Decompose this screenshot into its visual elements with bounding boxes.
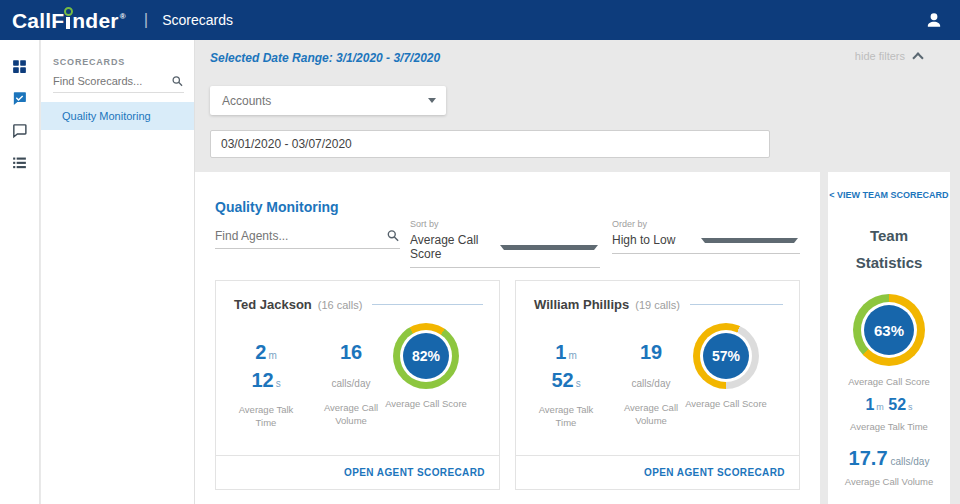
call-score-value: 57% — [703, 333, 749, 379]
find-scorecards-input[interactable] — [53, 75, 171, 87]
stat-label: Volume — [311, 414, 391, 427]
team-talk-seconds-unit: s — [908, 402, 913, 412]
team-call-score-label: Average Call Score — [848, 376, 930, 387]
team-statistics-title: Team Statistics — [856, 222, 923, 276]
team-volume-label: Average Call Volume — [845, 476, 934, 487]
hide-filters-label: hide filters — [855, 50, 905, 62]
header-divider — [690, 304, 783, 305]
call-score-label: Average Call Score — [366, 398, 486, 409]
team-volume-value: 17.7 — [849, 447, 888, 470]
hide-filters-toggle[interactable]: hide filters — [855, 50, 922, 62]
order-by-value: High to Low — [612, 233, 701, 247]
sort-by-dropdown[interactable]: Average Call Score — [410, 229, 600, 268]
find-agents-input[interactable] — [215, 229, 386, 243]
agent-card: Ted Jackson (16 calls) 2m 12s Average Ta… — [215, 280, 500, 490]
chat-icon[interactable] — [11, 122, 28, 139]
average-call-volume-stat: 16 calls/day Average CallVolume — [311, 341, 391, 427]
talk-minutes: 1 — [555, 341, 566, 363]
team-average-call-volume: 17.7 calls/day — [849, 447, 930, 470]
open-agent-scorecard-link[interactable]: OPEN AGENT SCORECARD — [644, 467, 785, 478]
date-range-value: 3/1/2020 - 3/7/2020 — [336, 51, 440, 65]
talk-minutes-unit: m — [568, 350, 576, 361]
scorecards-search — [53, 74, 184, 93]
accounts-dropdown-value: Accounts — [222, 94, 428, 108]
search-icon — [171, 74, 184, 88]
quality-monitoring-panel: Quality Monitoring Sort by Average Call … — [195, 172, 820, 504]
stat-label: Average Talk — [526, 403, 606, 416]
stat-label: Time — [226, 416, 306, 429]
scorecards-sidebar: SCORECARDS Quality Monitoring — [41, 40, 195, 504]
call-score-donut: 57% — [693, 323, 759, 389]
chevron-up-icon — [912, 52, 923, 63]
scorecards-icon[interactable] — [11, 90, 28, 107]
agent-call-count: (19 calls) — [635, 299, 680, 311]
date-range-input[interactable] — [210, 130, 770, 158]
talk-seconds: 52 — [551, 369, 573, 391]
panel-title: Quality Monitoring — [215, 199, 339, 215]
team-call-score-donut: 63% — [853, 294, 925, 366]
agent-card-header: William Phillips (19 calls) — [516, 281, 799, 312]
agent-card: William Phillips (19 calls) 1m 52s Avera… — [515, 280, 800, 490]
average-talk-time-stat: 1m 52s Average TalkTime — [526, 341, 606, 429]
stat-label: Average Talk — [226, 403, 306, 416]
caret-down-icon — [428, 98, 436, 103]
view-team-scorecard-link[interactable]: < VIEW TEAM SCORECARD — [829, 190, 948, 200]
order-by-group: Order by High to Low — [612, 219, 800, 254]
stat-label: Volume — [611, 414, 691, 427]
find-agents-search — [215, 228, 400, 249]
agent-card-footer: OPEN AGENT SCORECARD — [516, 455, 799, 489]
sort-by-label: Sort by — [410, 219, 600, 229]
team-talk-seconds: 52 — [888, 396, 906, 413]
talk-minutes-unit: m — [268, 350, 276, 361]
team-talk-minutes-unit: m — [876, 402, 884, 412]
team-title-line2: Statistics — [856, 249, 923, 276]
stat-label: Time — [526, 416, 606, 429]
logo-text-suffix: nder — [72, 9, 118, 33]
team-volume-unit: calls/day — [891, 456, 930, 467]
volume-unit: calls/day — [311, 376, 391, 391]
page-title: Scorecards — [162, 12, 233, 28]
volume-unit: calls/day — [611, 376, 691, 391]
talk-seconds-unit: s — [576, 378, 581, 389]
agent-name: William Phillips — [534, 297, 629, 312]
talk-seconds: 12 — [251, 369, 273, 391]
list-icon[interactable] — [11, 154, 28, 171]
call-score-label: Average Call Score — [666, 398, 786, 409]
sidebar-section-label: SCORECARDS — [53, 57, 194, 67]
call-score-donut: 82% — [393, 323, 459, 389]
header-divider — [372, 304, 483, 305]
team-title-line1: Team — [856, 222, 923, 249]
accounts-dropdown[interactable]: Accounts — [210, 86, 446, 115]
sort-by-value: Average Call Score — [410, 233, 500, 261]
logo-magnifier-icon — [66, 17, 70, 29]
team-talk-minutes: 1 — [865, 396, 874, 413]
sidebar-item-quality-monitoring[interactable]: Quality Monitoring — [41, 102, 194, 130]
nav-rail — [0, 40, 40, 504]
date-range-label: Selected Date Range: — [210, 51, 333, 65]
dashboard-icon[interactable] — [11, 58, 28, 75]
team-average-talk-time: 1m 52s — [865, 396, 912, 414]
callfinder-logo: CallF nder ® — [12, 7, 126, 33]
talk-seconds-unit: s — [276, 378, 281, 389]
average-talk-time-stat: 2m 12s Average TalkTime — [226, 341, 306, 429]
team-call-score-value: 63% — [864, 305, 914, 355]
search-icon — [386, 228, 400, 243]
open-agent-scorecard-link[interactable]: OPEN AGENT SCORECARD — [344, 467, 485, 478]
caret-down-icon — [701, 238, 798, 243]
topbar: CallF nder ® | Scorecards — [0, 0, 960, 40]
call-score-value: 82% — [403, 333, 449, 379]
volume-value: 19 — [640, 341, 662, 363]
agent-card-footer: OPEN AGENT SCORECARD — [216, 455, 499, 489]
order-by-dropdown[interactable]: High to Low — [612, 229, 800, 254]
team-statistics-panel: < VIEW TEAM SCORECARD Team Statistics 63… — [828, 172, 950, 504]
volume-value: 16 — [340, 341, 362, 363]
logo-text-prefix: CallF — [12, 9, 64, 33]
team-talk-time-label: Average Talk Time — [850, 421, 928, 432]
agent-name: Ted Jackson — [234, 297, 312, 312]
user-account-icon[interactable] — [924, 10, 944, 30]
sort-by-group: Sort by Average Call Score — [410, 219, 600, 268]
topbar-divider: | — [144, 10, 148, 30]
talk-minutes: 2 — [255, 341, 266, 363]
order-by-label: Order by — [612, 219, 800, 229]
average-call-volume-stat: 19 calls/day Average CallVolume — [611, 341, 691, 427]
